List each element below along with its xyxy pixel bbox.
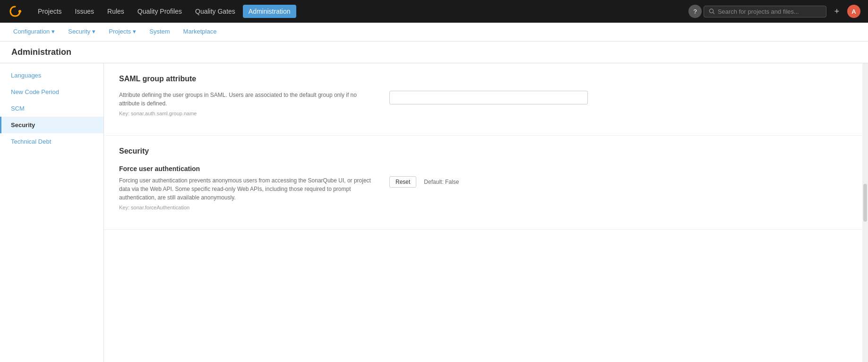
svg-point-2: [709, 9, 713, 13]
nav-quality-gates[interactable]: Quality Gates: [189, 5, 241, 18]
search-bar: [704, 6, 826, 17]
nav-issues[interactable]: Issues: [69, 5, 100, 18]
saml-section-title: SAML group attribute: [119, 75, 847, 83]
svg-line-3: [713, 12, 714, 14]
subnav-security[interactable]: Security ▾: [62, 23, 101, 42]
sub-navigation: Configuration ▾ Security ▾ Projects ▾ Sy…: [0, 23, 868, 42]
subnav-marketplace[interactable]: Marketplace: [178, 23, 223, 42]
nav-quality-profiles[interactable]: Quality Profiles: [132, 5, 188, 18]
saml-group-input[interactable]: [389, 91, 588, 104]
sidebar-item-new-code-period[interactable]: New Code Period: [0, 84, 103, 100]
security-section-title: Security: [119, 147, 847, 155]
subnav-configuration[interactable]: Configuration ▾: [8, 23, 60, 42]
security-section: Security Force user authentication Forci…: [104, 136, 862, 230]
nav-projects[interactable]: Projects: [32, 5, 68, 18]
top-navigation: Projects Issues Rules Quality Profiles Q…: [0, 0, 868, 23]
subnav-system[interactable]: System: [144, 23, 175, 42]
force-auth-info: Force user authentication Forcing user a…: [119, 165, 374, 210]
search-input[interactable]: [718, 8, 821, 15]
force-auth-row: Force user authentication Forcing user a…: [119, 165, 847, 210]
force-auth-reset-row: Reset Default: False: [389, 176, 459, 188]
sidebar-item-languages[interactable]: Languages: [0, 67, 103, 84]
force-auth-controls: ✓ Reset Default: False: [389, 165, 459, 188]
force-auth-name: Force user authentication: [119, 165, 374, 172]
force-auth-desc: Forcing user authentication prevents ano…: [119, 176, 374, 202]
add-button[interactable]: +: [830, 5, 843, 18]
page-layout: Languages New Code Period SCM Security T…: [0, 63, 868, 362]
force-auth-key: Key: sonar.forceAuthentication: [119, 205, 374, 210]
toggle-check-icon: ✓: [393, 167, 398, 174]
nav-administration[interactable]: Administration: [243, 5, 296, 18]
search-icon: [709, 8, 715, 15]
force-auth-default: Default: False: [424, 179, 459, 185]
saml-description: Attribute defining the user groups in SA…: [119, 91, 374, 108]
saml-key: Key: sonar.auth.saml.group.name: [119, 111, 374, 116]
sidebar-item-technical-debt[interactable]: Technical Debt: [0, 133, 103, 150]
saml-input-container: [389, 91, 588, 104]
saml-group-setting-row: Attribute defining the user groups in SA…: [119, 91, 847, 116]
scrollbar-track[interactable]: [862, 63, 868, 362]
sidebar-item-scm[interactable]: SCM: [0, 100, 103, 117]
force-auth-reset-button[interactable]: Reset: [389, 176, 416, 188]
sidebar-item-security[interactable]: Security: [0, 117, 103, 133]
avatar[interactable]: A: [847, 5, 860, 18]
main-content: SAML group attribute Attribute defining …: [104, 63, 862, 362]
help-button[interactable]: ?: [688, 5, 702, 18]
saml-group-section: SAML group attribute Attribute defining …: [104, 63, 862, 136]
scrollbar-thumb[interactable]: [863, 184, 867, 222]
nav-rules[interactable]: Rules: [102, 5, 130, 18]
logo[interactable]: [8, 4, 23, 19]
sidebar: Languages New Code Period SCM Security T…: [0, 63, 104, 362]
page-title: Administration: [0, 42, 868, 63]
svg-point-1: [18, 10, 21, 13]
saml-setting-info: Attribute defining the user groups in SA…: [119, 91, 374, 116]
subnav-projects[interactable]: Projects ▾: [103, 23, 142, 42]
